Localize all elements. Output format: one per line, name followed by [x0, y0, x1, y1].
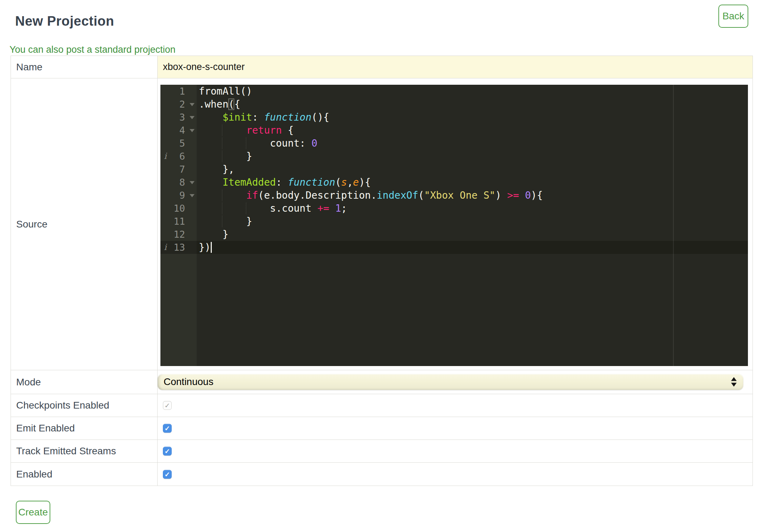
line-number: 1 [179, 86, 185, 97]
gutter-cell: 5 [160, 137, 197, 150]
code-line[interactable]: fromAll() [197, 85, 748, 98]
gutter-cell: 8 [160, 176, 197, 189]
fold-arrow-icon[interactable] [190, 103, 195, 106]
check-icon: ✓ [165, 425, 170, 432]
info-annotation-icon: i [164, 241, 167, 254]
line-number: 2 [179, 99, 185, 110]
code-line[interactable]: count: 0 [197, 137, 748, 150]
name-label: Name [11, 56, 158, 78]
source-row: Source 12345i6789101112i13 fromAll().whe… [11, 78, 753, 370]
line-number: 4 [179, 125, 185, 136]
mode-row: Mode Continuous [11, 370, 753, 394]
line-number: 12 [173, 229, 185, 240]
line-number: 7 [179, 164, 185, 175]
gutter-cell: 9 [160, 189, 197, 202]
code-line[interactable]: }) [197, 241, 748, 254]
fold-arrow-icon[interactable] [190, 129, 195, 132]
code-line[interactable]: } [197, 150, 748, 163]
line-number: 13 [173, 242, 185, 253]
line-number: 3 [179, 112, 185, 123]
mode-selected-value: Continuous [164, 376, 214, 387]
line-number: 5 [179, 138, 185, 149]
enabled-label: Enabled [11, 463, 158, 486]
create-button[interactable]: Create [16, 501, 50, 524]
line-number: 8 [179, 177, 185, 188]
back-button[interactable]: Back [718, 5, 748, 28]
code-line[interactable]: } [197, 215, 748, 228]
gutter-cell: 11 [160, 215, 197, 228]
name-row: Name [11, 56, 753, 78]
arrow-up-icon [731, 377, 737, 381]
text-cursor [211, 242, 212, 253]
check-icon: ✓ [165, 448, 170, 455]
gutter-cell: 1 [160, 85, 197, 98]
check-icon: ✓ [165, 471, 170, 477]
enabled-row: Enabled ✓ [11, 463, 753, 486]
gutter-cell: 4 [160, 124, 197, 137]
code-line[interactable]: s.count += 1; [197, 202, 748, 215]
gutter-cell: i6 [160, 150, 197, 163]
info-annotation-icon: i [164, 150, 167, 163]
name-input[interactable] [158, 56, 753, 78]
select-stepper-icon [731, 377, 737, 387]
gutter-cell: i13 [160, 241, 197, 254]
code-line[interactable]: $init: function(){ [197, 111, 748, 124]
code-line[interactable]: if(e.body.Description.indexOf("Xbox One … [197, 189, 748, 202]
emit-label: Emit Enabled [11, 417, 158, 440]
code-line[interactable]: }, [197, 163, 748, 176]
line-number: 10 [173, 203, 185, 214]
fold-arrow-icon[interactable] [190, 194, 195, 197]
emit-row: Emit Enabled ✓ [11, 417, 753, 440]
source-code-editor[interactable]: 12345i6789101112i13 fromAll().when({ $in… [160, 85, 748, 366]
checkpoints-row: Checkpoints Enabled ✓ [11, 394, 753, 417]
arrow-down-icon [731, 383, 737, 387]
editor-gutter: 12345i6789101112i13 [160, 85, 197, 366]
code-line[interactable]: .when({ [197, 98, 748, 111]
gutter-cell: 2 [160, 98, 197, 111]
code-line[interactable]: } [197, 228, 748, 241]
code-line[interactable]: ItemAdded: function(s,e){ [197, 176, 748, 189]
code-line[interactable]: return { [197, 124, 748, 137]
line-number: 6 [179, 151, 185, 162]
checkpoints-enabled-checkbox: ✓ [163, 401, 172, 410]
track-label: Track Emitted Streams [11, 440, 158, 462]
fold-arrow-icon[interactable] [190, 116, 195, 119]
checkpoints-label: Checkpoints Enabled [11, 394, 158, 417]
track-emitted-streams-checkbox[interactable]: ✓ [163, 447, 172, 456]
enabled-checkbox[interactable]: ✓ [163, 470, 172, 479]
track-row: Track Emitted Streams ✓ [11, 440, 753, 463]
gutter-cell: 7 [160, 163, 197, 176]
source-label: Source [11, 78, 158, 370]
editor-code[interactable]: fromAll().when({ $init: function(){ retu… [197, 85, 748, 366]
standard-projection-link[interactable]: You can also post a standard projection [9, 44, 176, 55]
fold-arrow-icon[interactable] [190, 181, 195, 184]
mode-select[interactable]: Continuous [158, 374, 743, 390]
page-title: New Projection [15, 14, 114, 29]
gutter-cell: 3 [160, 111, 197, 124]
gutter-cell: 10 [160, 202, 197, 215]
line-number: 11 [173, 216, 185, 227]
check-icon: ✓ [165, 402, 170, 409]
mode-label: Mode [11, 370, 158, 394]
line-number: 9 [179, 190, 185, 201]
gutter-cell: 12 [160, 228, 197, 241]
projection-form-table: Name Source 12345i6789101112i13 fromAll(… [11, 56, 753, 486]
emit-enabled-checkbox[interactable]: ✓ [163, 424, 172, 433]
